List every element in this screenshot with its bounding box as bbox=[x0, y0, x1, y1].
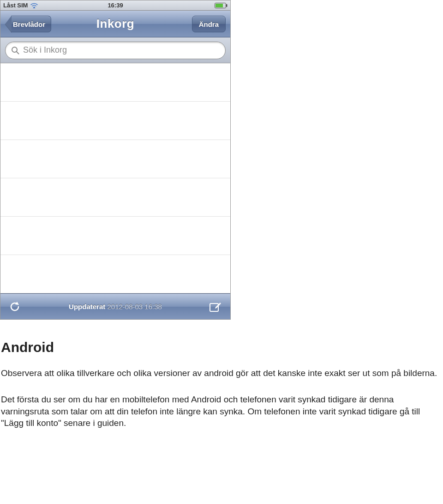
compose-icon[interactable] bbox=[209, 301, 222, 313]
list-item[interactable] bbox=[0, 255, 230, 293]
search-icon bbox=[11, 46, 19, 55]
svg-rect-3 bbox=[216, 4, 223, 7]
status-label: Uppdaterat bbox=[69, 303, 105, 310]
document-body: Android Observera att olika tillverkare … bbox=[0, 320, 443, 429]
doc-paragraph: Observera att olika tillverkare och olik… bbox=[1, 367, 442, 379]
carrier-label: Låst SIM bbox=[3, 2, 28, 9]
edit-button[interactable]: Ändra bbox=[192, 16, 226, 32]
list-item[interactable] bbox=[0, 140, 230, 178]
list-item[interactable] bbox=[0, 63, 230, 102]
list-item[interactable] bbox=[0, 178, 230, 217]
doc-heading: Android bbox=[1, 338, 442, 357]
back-button-label: Brevlådor bbox=[11, 16, 51, 32]
status-bar: Låst SIM 16:39 bbox=[0, 0, 230, 11]
search-bar: Sök i Inkorg bbox=[0, 37, 230, 63]
svg-point-0 bbox=[34, 6, 35, 8]
phone-screenshot: Låst SIM 16:39 Brevlådor Inkorg Ändra bbox=[0, 0, 231, 320]
status-text: Uppdaterat 2012-08-03 16:38 bbox=[69, 303, 162, 310]
list-item[interactable] bbox=[0, 102, 230, 140]
refresh-icon[interactable] bbox=[9, 301, 21, 313]
svg-line-5 bbox=[17, 52, 19, 54]
svg-rect-2 bbox=[226, 4, 227, 7]
status-timestamp: 2012-08-03 16:38 bbox=[107, 303, 162, 310]
list-item[interactable] bbox=[0, 217, 230, 255]
nav-bar: Brevlådor Inkorg Ändra bbox=[0, 11, 230, 37]
clock: 16:39 bbox=[108, 2, 123, 9]
mail-list bbox=[0, 63, 230, 293]
search-input[interactable]: Sök i Inkorg bbox=[5, 42, 226, 59]
battery-icon bbox=[215, 3, 227, 8]
doc-paragraph: Det första du ser om du har en mobiltele… bbox=[1, 394, 442, 429]
bottom-toolbar: Uppdaterat 2012-08-03 16:38 bbox=[0, 293, 230, 319]
page-title: Inkorg bbox=[96, 17, 134, 31]
wifi-icon bbox=[30, 3, 38, 8]
back-button[interactable]: Brevlådor bbox=[5, 16, 51, 32]
search-placeholder: Sök i Inkorg bbox=[23, 45, 67, 55]
